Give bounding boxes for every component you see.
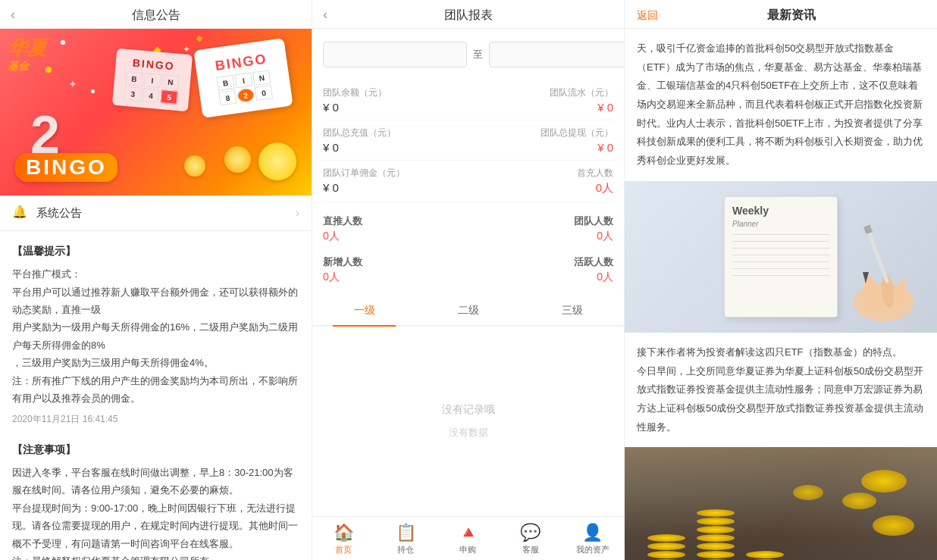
planner-title: Weekly bbox=[732, 205, 829, 217]
left-back-arrow[interactable]: ‹ bbox=[11, 6, 15, 22]
stat-first-charge-value: 0人 bbox=[468, 181, 614, 196]
nav-service-label: 客服 bbox=[522, 544, 539, 555]
stat-commission-value: ¥ 0 bbox=[323, 181, 468, 194]
banner: 华夏 基金 ✦ ✦ ✦ ✦ BINGO BIN 345 BINGO BIN bbox=[0, 29, 312, 196]
bingo-label-2: BINGO bbox=[132, 56, 175, 72]
notice-text-1: 平台推广模式： 平台用户可以通过推荐新人赚取平台额外佣金，还可以获得额外的动态奖… bbox=[12, 265, 299, 407]
nav-assets[interactable]: 👤 我的资产 bbox=[570, 523, 616, 555]
people-row-2: 新增人数 0人 活跃人数 0人 bbox=[323, 249, 613, 290]
stat-first-charge: 首充人数 0人 bbox=[468, 167, 614, 196]
svg-rect-4 bbox=[865, 225, 889, 283]
right-title: 最新资讯 bbox=[658, 8, 925, 23]
direct-push-label: 直推人数 bbox=[323, 214, 468, 228]
bingo-text-badge: BINGO bbox=[15, 153, 118, 182]
active-count-value: 0人 bbox=[468, 271, 614, 284]
right-panel: 返回 最新资讯 天，吸引千亿资金追捧的首批科创50交易型开放式指数基金（ETF）… bbox=[625, 0, 937, 560]
notice-title-2: 【注意事项】 bbox=[12, 440, 299, 459]
notice-title-1: 【温馨提示】 bbox=[12, 242, 299, 261]
news-image-money bbox=[625, 447, 937, 560]
new-count-label: 新增人数 bbox=[323, 255, 468, 269]
mid-title: 团队报表 bbox=[444, 8, 493, 21]
nav-home-label: 首页 bbox=[335, 544, 352, 555]
nav-holdings[interactable]: 📋 持仓 bbox=[383, 523, 428, 555]
active-count: 活跃人数 0人 bbox=[468, 255, 614, 284]
news-text-1: 天，吸引千亿资金追捧的首批科创50交易型开放式指数基金（ETF）成为了市场的焦点… bbox=[625, 29, 937, 181]
stat-topup-value: ¥ 0 bbox=[323, 141, 468, 154]
stats-row-1: 团队余额（元） ¥ 0 团队流水（元） ¥ 0 bbox=[323, 80, 613, 120]
stat-flow: 团队流水（元） ¥ 0 bbox=[468, 86, 614, 114]
news-image-planner: Weekly Planner bbox=[625, 181, 937, 333]
coin-stack-3 bbox=[746, 551, 784, 560]
tab-level-2[interactable]: 二级 bbox=[416, 296, 520, 325]
subscribe-icon: 🔺 bbox=[458, 523, 478, 543]
tabs-bar: 一级 二级 三级 bbox=[312, 296, 624, 327]
assets-icon: 👤 bbox=[582, 523, 603, 543]
team-count-label: 团队人数 bbox=[468, 214, 614, 228]
people-grid: 直推人数 0人 团队人数 0人 新增人数 0人 活跃人数 0人 bbox=[312, 202, 624, 296]
stats-row-3: 团队订单佣金（元） ¥ 0 首充人数 0人 bbox=[323, 161, 613, 202]
stat-withdraw-value: ¥ 0 bbox=[468, 141, 614, 154]
direct-push-value: 0人 bbox=[323, 230, 468, 243]
no-record-text: 没有记录哦 bbox=[442, 403, 495, 417]
stat-topup: 团队总充值（元） ¥ 0 bbox=[323, 127, 468, 154]
stat-balance-label: 团队余额（元） bbox=[323, 86, 468, 99]
stat-balance-value: ¥ 0 bbox=[323, 101, 468, 114]
system-notice-label: 系统公告 bbox=[36, 206, 296, 221]
stat-topup-label: 团队总充值（元） bbox=[323, 127, 468, 139]
home-icon: 🏠 bbox=[334, 523, 354, 543]
stat-commission: 团队订单佣金（元） ¥ 0 bbox=[323, 167, 468, 196]
notice-block-1: 【温馨提示】 平台推广模式： 平台用户可以通过推荐新人赚取平台额外佣金，还可以获… bbox=[12, 242, 299, 428]
stat-first-charge-label: 首充人数 bbox=[468, 167, 614, 180]
holdings-icon: 📋 bbox=[396, 523, 416, 543]
stat-flow-value: ¥ 0 bbox=[468, 101, 614, 114]
team-count: 团队人数 0人 bbox=[468, 214, 614, 243]
notice-date-1: 2020年11月21日 16:41:45 bbox=[12, 411, 299, 428]
coin-1 bbox=[259, 142, 296, 180]
bingo-card-2: BINGO BIN 345 bbox=[112, 48, 193, 111]
new-count: 新增人数 0人 bbox=[323, 255, 468, 284]
nav-assets-label: 我的资产 bbox=[576, 544, 610, 555]
no-data-text: 没有数据 bbox=[449, 426, 488, 440]
nav-subscribe[interactable]: 🔺 申购 bbox=[445, 523, 490, 555]
right-header: 返回 最新资讯 bbox=[625, 0, 937, 29]
banner-watermark: 华夏 基金 bbox=[8, 36, 47, 73]
notice-block-2: 【注意事项】 因进入冬季，平台客服在线时间做出调整，早上8：30-21:00为客… bbox=[12, 440, 299, 560]
tab-level-1[interactable]: 一级 bbox=[312, 296, 416, 325]
arrow-right-icon: › bbox=[296, 206, 299, 220]
coin-stack-2 bbox=[697, 509, 735, 560]
tab-level-3[interactable]: 三级 bbox=[520, 296, 624, 325]
bottom-nav: 🏠 首页 📋 持仓 🔺 申购 💬 客服 👤 我的资产 bbox=[312, 516, 624, 560]
stat-withdraw: 团队总提现（元） ¥ 0 bbox=[468, 127, 614, 154]
planner-subtitle: Planner bbox=[732, 220, 829, 228]
planner-notebook: Weekly Planner bbox=[724, 196, 838, 318]
bingo-card-1: BINGO BIN 820 bbox=[193, 38, 293, 118]
date-sep: 至 bbox=[473, 48, 483, 61]
stat-withdraw-label: 团队总提现（元） bbox=[468, 127, 614, 139]
nav-home[interactable]: 🏠 首页 bbox=[321, 523, 366, 555]
service-icon: 💬 bbox=[520, 523, 541, 543]
left-title: 信息公告 bbox=[132, 8, 180, 21]
back-link[interactable]: 返回 bbox=[637, 9, 658, 23]
mid-header: ‹ 团队报表 bbox=[312, 0, 624, 29]
active-count-label: 活跃人数 bbox=[468, 255, 614, 269]
new-count-value: 0人 bbox=[323, 271, 468, 284]
nav-service[interactable]: 💬 客服 bbox=[508, 523, 553, 555]
date-from-input[interactable] bbox=[323, 42, 467, 67]
date-to-input[interactable] bbox=[489, 42, 625, 67]
coin-stack bbox=[647, 509, 784, 560]
bell-icon: 🔔 bbox=[12, 205, 29, 221]
stats-grid: 团队余额（元） ¥ 0 团队流水（元） ¥ 0 团队总充值（元） ¥ 0 团队总… bbox=[312, 80, 624, 202]
mid-back-arrow[interactable]: ‹ bbox=[323, 6, 327, 22]
no-record-area: 没有记录哦 没有数据 bbox=[312, 327, 624, 516]
system-notice-bar[interactable]: 🔔 系统公告 › bbox=[0, 196, 312, 231]
people-row-1: 直推人数 0人 团队人数 0人 bbox=[323, 208, 613, 249]
middle-panel: ‹ 团队报表 至 🔍 搜索 团队余额（元） ¥ 0 团队流水（元） ¥ 0 团队… bbox=[312, 0, 625, 560]
stat-commission-label: 团队订单佣金（元） bbox=[323, 167, 468, 180]
hand-pen-svg bbox=[831, 204, 922, 325]
team-count-value: 0人 bbox=[468, 230, 614, 243]
notice-content: 【温馨提示】 平台推广模式： 平台用户可以通过推荐新人赚取平台额外佣金，还可以获… bbox=[0, 231, 312, 560]
stat-balance: 团队余额（元） ¥ 0 bbox=[323, 86, 468, 114]
nav-subscribe-label: 申购 bbox=[459, 544, 476, 555]
direct-push: 直推人数 0人 bbox=[323, 214, 468, 243]
stat-flow-label: 团队流水（元） bbox=[468, 86, 614, 99]
